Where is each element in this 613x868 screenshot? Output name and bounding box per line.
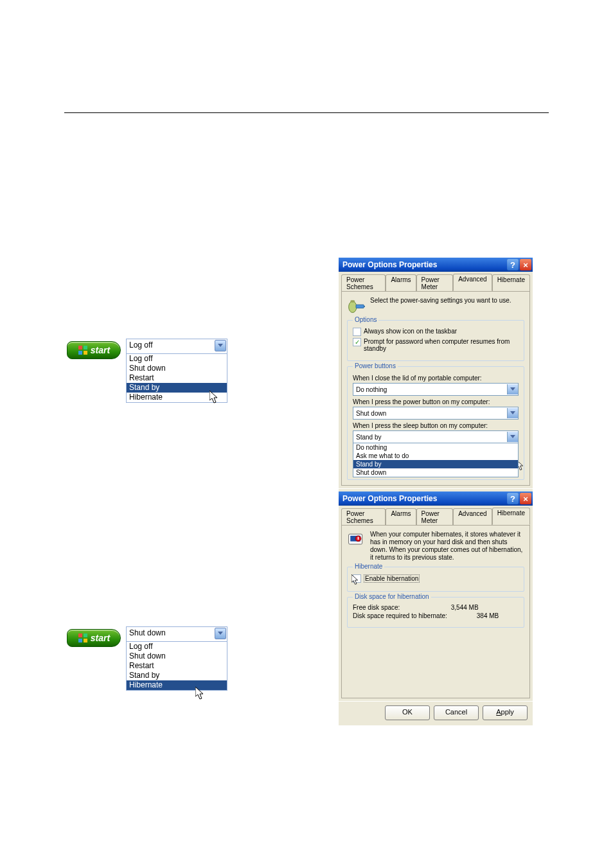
dropdown-selected-bar[interactable]: Log off (127, 339, 227, 354)
ok-button[interactable]: OK (385, 705, 430, 720)
svg-point-8 (349, 301, 357, 313)
dropdown-option[interactable]: Hibernate (127, 393, 227, 402)
svg-rect-15 (358, 537, 359, 540)
power-button-action-label: When I press the power button on my comp… (353, 398, 519, 405)
start-label: start (91, 342, 110, 359)
dropdown-selected: Shut down (129, 628, 166, 637)
tab-hibernate[interactable]: Hibernate (492, 274, 530, 292)
sleep-button-action-combo[interactable]: Stand by Do nothing Ask me what to do St… (353, 430, 519, 443)
start-button[interactable]: start (67, 341, 121, 359)
hibernate-info-icon (347, 531, 365, 549)
window-title: Power Options Properties (342, 494, 437, 503)
dropdown-option[interactable]: Shut down (127, 651, 227, 661)
tab-power-meter[interactable]: Power Meter (416, 274, 454, 292)
checkbox-taskbar-icon[interactable]: Always show icon on the taskbar (353, 328, 519, 336)
dropdown-option[interactable]: Log off (127, 354, 227, 364)
req-disk-value: 384 MB (477, 612, 499, 619)
tab-alarms[interactable]: Alarms (386, 508, 416, 526)
tab-power-schemes[interactable]: Power Schemes (341, 508, 386, 526)
combo-option[interactable]: Do nothing (353, 443, 518, 452)
title-bar[interactable]: Power Options Properties ? × (339, 492, 533, 506)
tab-hibernate[interactable]: Hibernate (492, 508, 530, 525)
svg-rect-9 (350, 300, 355, 303)
svg-rect-6 (78, 639, 82, 642)
lid-action-combo[interactable]: Do nothing (353, 383, 519, 396)
dropdown-selected: Log off (129, 341, 152, 350)
checkbox-label: Enable hibernation (364, 574, 420, 583)
checkbox-label: Prompt for password when computer resume… (364, 338, 519, 352)
svg-rect-5 (84, 633, 87, 637)
svg-rect-0 (78, 346, 82, 350)
sleep-button-action-label: When I press the sleep button on my comp… (353, 422, 519, 429)
combo-option[interactable]: Ask me what to do (353, 452, 518, 460)
hibernate-legend: Hibernate (353, 563, 384, 570)
tab-body-hibernate: When your computer hibernates, it stores… (341, 525, 530, 698)
checkbox-box[interactable] (353, 574, 361, 583)
lid-action-label: When I close the lid of my portable comp… (353, 375, 519, 382)
tab-power-meter[interactable]: Power Meter (416, 508, 454, 526)
svg-rect-10 (356, 305, 364, 308)
power-buttons-legend: Power buttons (353, 362, 398, 369)
svg-rect-1 (84, 346, 87, 350)
power-button-action-combo[interactable]: Shut down (353, 407, 519, 420)
power-buttons-group: Power buttons When I close the lid of my… (347, 366, 524, 480)
hibernate-group: Hibernate Enable hibernation (347, 567, 524, 592)
apply-button[interactable]: Apply (483, 705, 528, 720)
start-label: start (91, 630, 110, 646)
cursor-icon (351, 574, 362, 586)
options-legend: Options (353, 316, 378, 323)
chevron-down-icon[interactable] (507, 432, 518, 442)
combo-value: Stand by (356, 434, 381, 441)
chevron-down-icon[interactable] (507, 384, 518, 394)
checkbox-enable-hibernation[interactable]: Enable hibernation (353, 574, 519, 583)
combo-option[interactable]: Shut down (353, 468, 518, 477)
dropdown-option[interactable]: Stand by (127, 671, 227, 680)
dropdown-option[interactable]: Restart (127, 373, 227, 383)
start-button[interactable]: start (67, 629, 121, 647)
combo-value: Shut down (356, 410, 386, 417)
combo-value: Do nothing (356, 386, 387, 393)
shutdown-dropdown[interactable]: Shut down Log off Shut down Restart Stan… (126, 626, 227, 691)
options-group: Options Always show icon on the taskbar … (347, 320, 524, 361)
free-disk-label: Free disk space: (353, 604, 449, 611)
checkbox-box[interactable] (353, 328, 361, 336)
svg-rect-7 (84, 639, 87, 642)
dropdown-arrow-icon[interactable] (215, 340, 226, 351)
title-bar[interactable]: Power Options Properties ? × (339, 258, 533, 272)
horizontal-rule (64, 112, 549, 113)
help-icon[interactable]: ? (507, 259, 519, 270)
intro-text: Select the power-saving settings you wan… (370, 297, 511, 304)
tab-advanced[interactable]: Advanced (453, 508, 492, 526)
dropdown-option-selected[interactable]: Hibernate (127, 680, 227, 690)
svg-rect-3 (84, 351, 87, 355)
dropdown-arrow-icon[interactable] (215, 628, 226, 639)
window-title: Power Options Properties (342, 260, 437, 269)
cancel-button[interactable]: Cancel (434, 705, 479, 720)
dropdown-selected-bar[interactable]: Shut down (127, 627, 227, 642)
intro-row: Select the power-saving settings you wan… (347, 297, 524, 315)
dropdown-option[interactable]: Shut down (127, 364, 227, 373)
shutdown-dropdown[interactable]: Log off Log off Shut down Restart Stand … (126, 339, 227, 403)
combo-option-selected[interactable]: Stand by (353, 460, 518, 468)
tab-alarms[interactable]: Alarms (386, 274, 416, 292)
checkbox-prompt-password[interactable]: ✓ Prompt for password when computer resu… (353, 338, 519, 352)
tab-advanced[interactable]: Advanced (453, 274, 492, 291)
dropdown-option-selected[interactable]: Stand by (127, 383, 227, 393)
intro-row: When your computer hibernates, it stores… (347, 531, 524, 562)
close-icon[interactable]: × (520, 259, 531, 270)
power-options-dialog-hibernate: Power Options Properties ? × Power Schem… (339, 492, 533, 725)
sleep-button-options-list: Do nothing Ask me what to do Stand by Sh… (353, 443, 519, 477)
checkbox-box[interactable]: ✓ (353, 338, 361, 346)
dropdown-option[interactable]: Log off (127, 642, 227, 651)
tab-strip: Power Schemes Alarms Power Meter Advance… (339, 506, 533, 525)
disk-space-group: Disk space for hibernation Free disk spa… (347, 597, 524, 628)
help-icon[interactable]: ? (507, 493, 519, 504)
tab-body-advanced: Select the power-saving settings you wan… (341, 291, 530, 486)
dropdown-option[interactable]: Restart (127, 661, 227, 671)
close-icon[interactable]: × (520, 493, 531, 504)
svg-rect-11 (364, 306, 365, 307)
tab-power-schemes[interactable]: Power Schemes (341, 274, 386, 292)
disk-space-legend: Disk space for hibernation (353, 593, 431, 600)
power-options-dialog-advanced: Power Options Properties ? × Power Schem… (339, 258, 533, 513)
chevron-down-icon[interactable] (507, 408, 518, 418)
